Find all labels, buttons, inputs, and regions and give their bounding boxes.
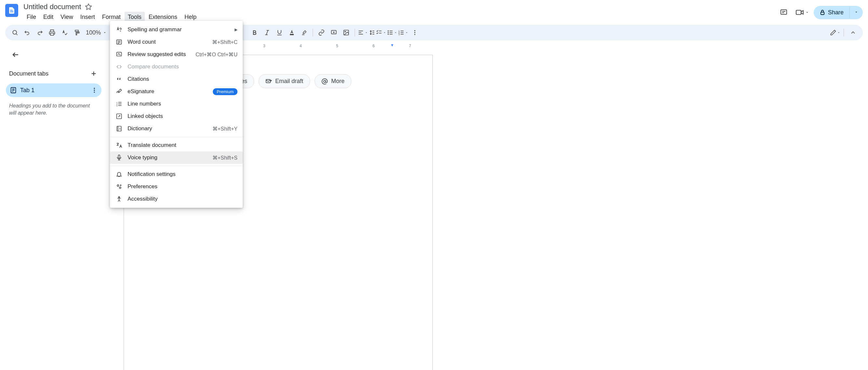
- checklist-dropdown[interactable]: [376, 29, 386, 36]
- link-button[interactable]: [316, 27, 327, 38]
- at-icon: [321, 78, 328, 85]
- premium-badge: Premium: [213, 88, 238, 95]
- svg-rect-14: [290, 34, 294, 35]
- svg-point-53: [94, 90, 95, 90]
- app-header: Untitled document File Edit View Insert …: [0, 0, 868, 22]
- zoom-select[interactable]: 100%: [83, 29, 109, 36]
- menu-notification-settings[interactable]: Notification settings: [110, 168, 243, 180]
- docs-logo[interactable]: [5, 4, 18, 17]
- menu-esignature[interactable]: eSignature Premium: [110, 85, 243, 98]
- menu-citations[interactable]: Citations: [110, 73, 243, 85]
- chip-email-draft[interactable]: Email draft: [259, 74, 310, 88]
- separator: [844, 29, 844, 36]
- meet-button[interactable]: [794, 5, 811, 19]
- menu-file[interactable]: File: [24, 12, 39, 23]
- dictionary-icon: A: [115, 125, 123, 133]
- svg-point-34: [388, 34, 389, 34]
- line-numbers-icon: 123: [115, 100, 123, 108]
- chip-more[interactable]: More: [315, 74, 351, 88]
- ruler-tick: 6: [373, 44, 375, 48]
- paint-format-button[interactable]: [71, 27, 83, 38]
- text-color-button[interactable]: [286, 27, 298, 38]
- svg-rect-6: [821, 12, 825, 15]
- add-tab-button[interactable]: [89, 69, 98, 78]
- numbered-list-dropdown[interactable]: 123: [398, 29, 408, 36]
- comment-history-button[interactable]: [777, 5, 791, 20]
- menu-label: Word count: [127, 39, 212, 45]
- linked-objects-icon: [115, 112, 123, 120]
- menu-label: Preferences: [127, 183, 238, 190]
- underline-button[interactable]: [274, 27, 285, 38]
- line-spacing-dropdown[interactable]: [369, 29, 375, 36]
- tab-more-icon[interactable]: [91, 87, 98, 93]
- menu-line-numbers[interactable]: 123 Line numbers: [110, 98, 243, 110]
- collapse-toolbar-button[interactable]: [847, 27, 859, 38]
- svg-point-30: [388, 31, 389, 31]
- menu-label: Notification settings: [127, 171, 238, 177]
- word-count-icon: [115, 38, 123, 46]
- review-icon: [115, 51, 123, 58]
- menu-label: Citations: [127, 76, 238, 82]
- ruler-tick: 7: [409, 44, 411, 48]
- sidebar-back-button[interactable]: [9, 48, 22, 61]
- compare-icon: [115, 63, 123, 71]
- search-button[interactable]: [9, 27, 21, 38]
- svg-point-32: [388, 32, 389, 33]
- menu-translate-document[interactable]: Translate document: [110, 139, 243, 151]
- image-button[interactable]: [340, 27, 352, 38]
- menu-shortcut: ⌘+Shift+S: [212, 155, 238, 161]
- esignature-icon: [115, 88, 123, 95]
- print-button[interactable]: [46, 27, 58, 38]
- svg-point-43: [414, 32, 415, 33]
- ruler-tick: 5: [336, 44, 338, 48]
- bold-button[interactable]: [249, 27, 260, 38]
- document-tab-icon: [10, 87, 17, 94]
- chip-label: Email draft: [275, 78, 303, 85]
- undo-button[interactable]: [22, 27, 33, 38]
- spellcheck-icon: [115, 26, 123, 33]
- separator: [313, 29, 313, 36]
- svg-rect-9: [51, 33, 54, 35]
- spellcheck-button[interactable]: [59, 27, 70, 38]
- menu-shortcut: Ctrl+⌘O Ctrl+⌘U: [195, 52, 238, 58]
- bell-icon: [115, 170, 123, 178]
- star-icon[interactable]: [85, 3, 92, 10]
- chip-label: More: [331, 78, 344, 85]
- menu-dictionary[interactable]: A Dictionary ⌘+Shift+Y: [110, 122, 243, 135]
- svg-point-56: [324, 80, 326, 82]
- menu-divider: [110, 137, 243, 137]
- bullet-list-dropdown[interactable]: [387, 29, 397, 36]
- share-button[interactable]: Share: [814, 6, 863, 19]
- menu-review-suggested-edits[interactable]: Review suggested edits Ctrl+⌘O Ctrl+⌘U: [110, 48, 243, 61]
- translate-icon: [115, 141, 123, 149]
- menu-label: Linked objects: [127, 113, 238, 119]
- menu-spelling-grammar[interactable]: Spelling and grammar ▶: [110, 24, 243, 36]
- menu-preferences[interactable]: Preferences: [110, 180, 243, 193]
- tab-label: Tab 1: [20, 87, 91, 94]
- more-toolbar-button[interactable]: [409, 27, 421, 38]
- editing-mode-dropdown[interactable]: [830, 29, 840, 36]
- menu-voice-typing[interactable]: Voice typing ⌘+Shift+S: [110, 151, 243, 164]
- document-title[interactable]: Untitled document: [24, 3, 81, 11]
- preferences-icon: [115, 183, 123, 191]
- share-dropdown[interactable]: [849, 6, 863, 19]
- highlight-button[interactable]: [298, 27, 310, 38]
- menu-view[interactable]: View: [57, 12, 76, 23]
- right-indent-marker[interactable]: ▾: [391, 42, 393, 48]
- svg-rect-4: [796, 10, 801, 15]
- menu-accessibility[interactable]: Accessibility: [110, 193, 243, 205]
- svg-marker-0: [86, 4, 91, 9]
- zoom-value: 100%: [86, 29, 101, 36]
- italic-button[interactable]: [261, 27, 273, 38]
- redo-button[interactable]: [34, 27, 45, 38]
- menu-word-count[interactable]: Word count ⌘+Shift+C: [110, 36, 243, 48]
- comment-button[interactable]: [328, 27, 340, 38]
- svg-text:A: A: [119, 127, 121, 130]
- menu-edit[interactable]: Edit: [40, 12, 57, 23]
- tab-chip-1[interactable]: Tab 1: [6, 83, 101, 97]
- menu-insert[interactable]: Insert: [77, 12, 98, 23]
- align-dropdown[interactable]: [358, 29, 368, 36]
- menu-label: Line numbers: [127, 101, 238, 107]
- menu-linked-objects[interactable]: Linked objects: [110, 110, 243, 122]
- citations-icon: [115, 75, 123, 83]
